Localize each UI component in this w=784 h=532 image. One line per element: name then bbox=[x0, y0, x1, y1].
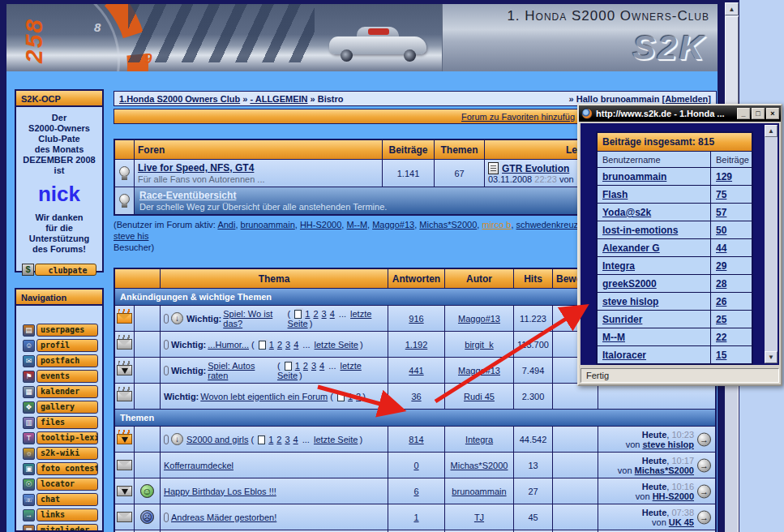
sidebar-item-kalender[interactable]: ▦kalender bbox=[23, 385, 102, 398]
sidebar-item-mitglieder[interactable]: ▦mitglieder bbox=[23, 524, 102, 532]
maximize-button[interactable]: □ bbox=[752, 108, 765, 119]
popup-post-count-link[interactable]: 50 bbox=[716, 225, 726, 236]
replies-count-link[interactable]: 916 bbox=[409, 314, 423, 324]
goto-last-post-button[interactable]: → bbox=[697, 432, 711, 446]
sidebar-item-tooltip-lexika[interactable]: Ttooltip-lexika bbox=[23, 431, 102, 444]
popup-post-count-link[interactable]: 44 bbox=[716, 242, 726, 254]
active-user-link[interactable]: brunoammain bbox=[241, 220, 295, 230]
sidebar-item-postfach[interactable]: ✉postfach bbox=[23, 354, 102, 367]
popup-post-count-link[interactable]: 57 bbox=[716, 207, 726, 218]
goto-last-post-button[interactable]: → bbox=[697, 510, 711, 524]
thread-link[interactable]: S2000 and girls bbox=[186, 435, 248, 444]
logout-link[interactable]: [Abmelden] bbox=[662, 94, 712, 104]
breadcrumb-root-link[interactable]: 1.Honda S2000 Owners Club bbox=[119, 94, 240, 104]
popup-user-link[interactable]: lost-in-emotions bbox=[602, 225, 678, 236]
page-number-link[interactable]: 2 bbox=[313, 309, 318, 319]
close-button[interactable]: × bbox=[766, 108, 779, 119]
sidebar-item-profil[interactable]: ☺profil bbox=[23, 339, 102, 352]
page-number-link[interactable]: 1 bbox=[268, 435, 273, 444]
page-number-link[interactable]: 1 bbox=[348, 392, 353, 401]
thread-link[interactable]: Wovon lebt eigentlich ein Forum bbox=[200, 392, 328, 401]
popup-user-link[interactable]: M--M bbox=[602, 332, 625, 343]
add-to-favorites-link[interactable]: Forum zu Favoriten hinzufüg bbox=[461, 112, 575, 122]
breadcrumb-section-link[interactable]: - ALLGEMEIN bbox=[250, 94, 307, 104]
page-number-link[interactable]: 3 bbox=[285, 340, 290, 350]
popup-scrollbar[interactable]: ▲ ▼ bbox=[765, 125, 778, 363]
active-user-link[interactable]: mirco b bbox=[482, 220, 511, 230]
lastpost-user-link[interactable]: UK 45 bbox=[669, 517, 694, 527]
popup-post-count-link[interactable]: 129 bbox=[716, 171, 732, 182]
active-user-link[interactable]: schwedenkreuz bbox=[516, 220, 578, 230]
scroll-up-button[interactable]: ▲ bbox=[725, 2, 739, 15]
popup-post-count-link[interactable]: 28 bbox=[716, 278, 726, 290]
page-number-link[interactable]: 2 bbox=[303, 361, 308, 371]
popup-user-link[interactable]: greekS2000 bbox=[602, 278, 657, 290]
active-user-link[interactable]: HH-S2000 bbox=[300, 220, 341, 230]
popup-post-count-link[interactable]: 26 bbox=[716, 296, 726, 307]
author-link[interactable]: birgit_k bbox=[465, 340, 493, 350]
active-user-link[interactable]: Andi bbox=[217, 220, 235, 230]
author-link[interactable]: Rudi 45 bbox=[464, 392, 495, 401]
last-page-link[interactable]: letzte Seite bbox=[315, 340, 358, 350]
thread-link[interactable]: Kofferraumdeckel bbox=[164, 461, 233, 470]
forum-link[interactable]: Live for Speed, NFS, GT4 bbox=[138, 162, 254, 174]
thread-link[interactable]: Andreas Mäder gestorben! bbox=[171, 513, 276, 522]
popup-user-link[interactable]: Integra bbox=[602, 260, 635, 272]
thread-link[interactable]: Happy Birthday Los Eblos !!! bbox=[164, 487, 276, 496]
page-number-link[interactable]: 4 bbox=[293, 435, 298, 444]
active-user-link[interactable]: Michas*S2000 bbox=[419, 220, 477, 230]
scroll-up-button[interactable]: ▲ bbox=[765, 125, 778, 137]
lastpost-user-link[interactable]: Michas*S2000 bbox=[635, 466, 694, 475]
sidebar-item-gallery[interactable]: ❖gallery bbox=[23, 401, 102, 414]
popup-titlebar[interactable]: http://www.s2k.de - 1.Honda ... _ □ × bbox=[579, 105, 781, 122]
page-number-link[interactable]: 4 bbox=[319, 361, 324, 371]
forum-link[interactable]: Race-Eventübersicht bbox=[139, 190, 236, 201]
sidebar-item-foto-contest[interactable]: ▣foto contest bbox=[23, 462, 102, 475]
thread-link[interactable]: Spiel: Wo ist das? bbox=[223, 309, 285, 328]
popup-user-link[interactable]: Sunrider bbox=[602, 314, 642, 325]
goto-last-post-button[interactable]: → bbox=[697, 484, 711, 498]
page-number-link[interactable]: 1 bbox=[295, 361, 300, 371]
active-user-link[interactable]: Maggo#13 bbox=[372, 220, 414, 230]
author-link[interactable]: Maggo#13 bbox=[458, 366, 500, 375]
popup-user-link[interactable]: Flash bbox=[602, 189, 628, 200]
page-number-link[interactable]: 3 bbox=[285, 435, 289, 444]
page-number-link[interactable]: 2 bbox=[277, 340, 282, 350]
page-number-link[interactable]: 4 bbox=[293, 340, 298, 350]
thread-link[interactable]: ...Humor... bbox=[208, 340, 249, 350]
popup-user-link[interactable]: Italoracer bbox=[602, 350, 646, 361]
sidebar-item-chat[interactable]: ☏chat bbox=[23, 493, 102, 506]
popup-user-link[interactable]: brunoammain bbox=[602, 171, 666, 182]
minimize-button[interactable]: _ bbox=[737, 108, 750, 119]
popup-post-count-link[interactable]: 75 bbox=[716, 189, 726, 200]
page-number-link[interactable]: 2 bbox=[276, 435, 281, 444]
popup-post-count-link[interactable]: 29 bbox=[716, 260, 726, 272]
sidebar-item-links[interactable]: →links bbox=[23, 508, 102, 521]
lastpost-thread-link[interactable]: GTR Evolution bbox=[502, 163, 569, 174]
replies-count-link[interactable]: 1 bbox=[413, 513, 418, 522]
last-page-link[interactable]: letzte Seite bbox=[314, 435, 358, 444]
replies-count-link[interactable]: 441 bbox=[409, 366, 423, 375]
page-number-link[interactable]: 3 bbox=[322, 309, 327, 319]
page-number-link[interactable]: 1 bbox=[269, 340, 274, 350]
page-number-link[interactable]: 1 bbox=[305, 309, 310, 319]
author-link[interactable]: TJ bbox=[474, 513, 484, 522]
author-link[interactable]: Maggo#13 bbox=[458, 314, 500, 324]
lastpost-user-link[interactable]: steve hislop bbox=[642, 440, 694, 449]
page-number-link[interactable]: 2 bbox=[356, 392, 361, 401]
replies-count-link[interactable]: 814 bbox=[409, 435, 423, 444]
sidebar-item-locator[interactable]: ☉locator bbox=[23, 478, 102, 491]
replies-count-link[interactable]: 6 bbox=[413, 487, 418, 496]
thread-link[interactable]: Spiel: Autos raten bbox=[208, 361, 275, 380]
sidebar-item-s2k-wiki[interactable]: ☼s2k-wiki bbox=[23, 447, 102, 460]
popup-post-count-link[interactable]: 25 bbox=[716, 314, 726, 325]
author-link[interactable]: Michas*S2000 bbox=[451, 461, 508, 470]
popup-user-link[interactable]: Alexander G bbox=[602, 242, 660, 254]
sidebar-item-userpages[interactable]: ▤userpages bbox=[23, 324, 102, 337]
author-link[interactable]: Integra bbox=[465, 435, 493, 444]
popup-post-count-link[interactable]: 22 bbox=[716, 332, 726, 343]
replies-count-link[interactable]: 36 bbox=[411, 392, 421, 401]
page-number-link[interactable]: 3 bbox=[311, 361, 316, 371]
active-user-link[interactable]: M--M bbox=[346, 220, 367, 230]
goto-last-post-button[interactable]: → bbox=[697, 458, 711, 472]
